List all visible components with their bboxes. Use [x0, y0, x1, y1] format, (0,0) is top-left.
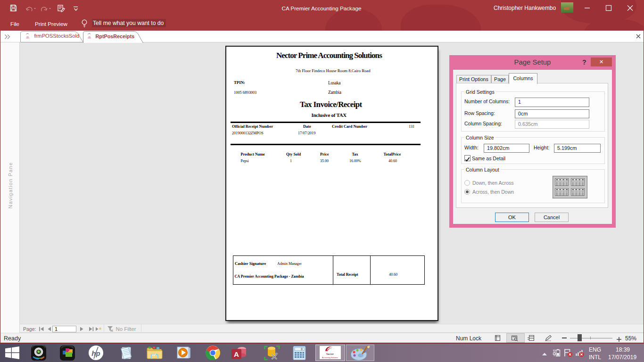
- svg-text:Nector: Nector: [326, 353, 334, 355]
- svg-text:0: 0: [301, 348, 303, 351]
- svg-text:A: A: [234, 350, 239, 358]
- svg-text:Accounting Solutions: Accounting Solutions: [322, 357, 338, 359]
